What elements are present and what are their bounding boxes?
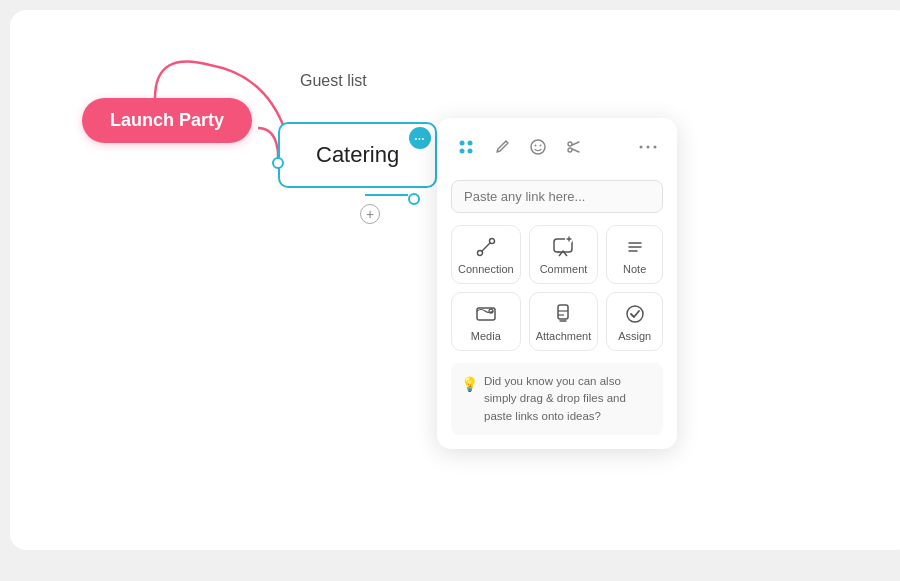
catering-label: Catering <box>316 142 399 167</box>
media-label: Media <box>471 330 501 342</box>
svg-point-17 <box>489 309 493 313</box>
pen-icon-btn[interactable] <box>487 132 517 162</box>
attachment-icon <box>552 303 574 325</box>
svg-point-0 <box>460 141 465 146</box>
tip-text: Did you know you can also simply drag & … <box>484 373 653 425</box>
comment-button[interactable]: Comment <box>529 225 599 284</box>
attachment-label: Attachment <box>536 330 592 342</box>
note-label: Note <box>623 263 646 275</box>
comment-icon <box>552 236 574 258</box>
more-icon-btn[interactable] <box>633 132 663 162</box>
more-icon <box>639 145 657 149</box>
canvas-area: Launch Party Guest list Catering + <box>10 10 900 550</box>
emoji-icon-btn[interactable] <box>523 132 553 162</box>
node-menu-button[interactable] <box>409 127 431 149</box>
guest-list-label: Guest list <box>300 72 367 90</box>
svg-point-6 <box>540 145 542 147</box>
attachment-button[interactable]: Attachment <box>529 292 599 351</box>
svg-point-11 <box>654 146 657 149</box>
svg-point-1 <box>468 141 473 146</box>
connection-icon <box>475 236 497 258</box>
svg-rect-18 <box>558 305 568 319</box>
media-icon <box>475 303 497 325</box>
launch-party-label: Launch Party <box>110 110 224 130</box>
launch-party-node[interactable]: Launch Party <box>82 98 252 143</box>
svg-point-3 <box>468 149 473 154</box>
comment-label: Comment <box>540 263 588 275</box>
scissors-icon-btn[interactable] <box>559 132 589 162</box>
right-connector-dot <box>408 193 420 205</box>
note-icon <box>624 236 646 258</box>
assign-label: Assign <box>618 330 651 342</box>
assign-button[interactable]: Assign <box>606 292 663 351</box>
svg-point-8 <box>568 148 572 152</box>
svg-point-9 <box>640 146 643 149</box>
popup-panel: Connection Comment <box>437 118 677 449</box>
grid-icon-btn[interactable] <box>451 132 481 162</box>
svg-point-7 <box>568 142 572 146</box>
grid-icon <box>457 138 475 156</box>
left-connector-dot <box>272 157 284 169</box>
scissors-icon <box>565 138 583 156</box>
svg-point-10 <box>647 146 650 149</box>
add-child-button[interactable]: + <box>360 204 380 224</box>
emoji-icon <box>529 138 547 156</box>
pen-icon <box>493 138 511 156</box>
svg-point-4 <box>531 140 545 154</box>
connection-label: Connection <box>458 263 514 275</box>
assign-icon <box>624 303 646 325</box>
svg-point-19 <box>627 306 643 322</box>
tip-section: 💡 Did you know you can also simply drag … <box>451 363 663 435</box>
media-button[interactable]: Media <box>451 292 521 351</box>
svg-point-2 <box>460 149 465 154</box>
paste-link-input[interactable] <box>451 180 663 213</box>
popup-icons-row <box>451 132 663 170</box>
connection-button[interactable]: Connection <box>451 225 521 284</box>
tip-emoji: 💡 <box>461 374 478 425</box>
svg-point-5 <box>535 145 537 147</box>
note-button[interactable]: Note <box>606 225 663 284</box>
plus-icon: + <box>366 206 374 222</box>
actions-grid: Connection Comment <box>451 225 663 351</box>
